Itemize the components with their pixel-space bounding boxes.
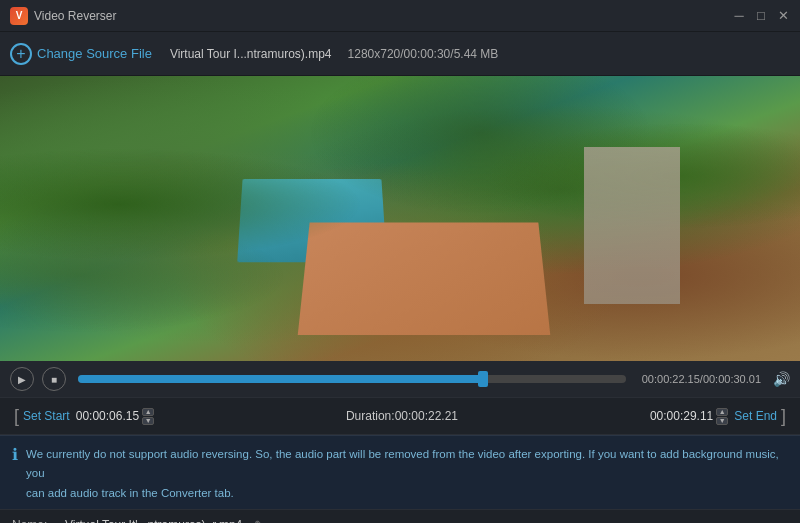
close-button[interactable]: ✕ — [776, 9, 790, 23]
file-name: Virtual Tour I...ntramuros).mp4 — [170, 47, 332, 61]
end-time-value: 00:00:29.11 — [650, 409, 713, 423]
start-time-down[interactable]: ▼ — [142, 417, 154, 425]
change-source-button[interactable]: + Change Source File — [10, 43, 152, 65]
video-canvas — [0, 76, 800, 361]
wall — [584, 147, 680, 304]
info-text-line1: We currently do not support audio revers… — [26, 448, 779, 479]
start-time-spinners: ▲ ▼ — [142, 408, 154, 425]
app-title: Video Reverser — [34, 9, 117, 23]
title-bar: V Video Reverser ─ □ ✕ — [0, 0, 800, 32]
app-logo: V — [10, 7, 28, 25]
bottom-area: Name: Virtual Tour It'...ntramuros)_r.mp… — [0, 509, 800, 524]
name-value: Virtual Tour It'...ntramuros)_r.mp4 — [65, 518, 242, 523]
name-row: Name: Virtual Tour It'...ntramuros)_r.mp… — [12, 518, 788, 524]
start-time-input: 00:00:06.15 ▲ ▼ — [76, 408, 154, 425]
end-time-up[interactable]: ▲ — [716, 408, 728, 416]
info-text-line2: can add audio track in the Converter tab… — [26, 487, 234, 499]
title-bar-left: V Video Reverser — [10, 7, 117, 25]
export-section: Name: Virtual Tour It'...ntramuros)_r.mp… — [0, 509, 800, 524]
change-source-label: Change Source File — [37, 46, 152, 61]
edit-icon[interactable]: ✎ — [254, 518, 265, 524]
info-icon: ℹ — [12, 445, 18, 464]
end-time-spinners: ▲ ▼ — [716, 408, 728, 425]
volume-icon[interactable]: 🔊 — [773, 371, 790, 387]
name-label: Name: — [12, 518, 57, 523]
time-display: 00:00:22.15/00:00:30.01 — [642, 373, 761, 385]
add-circle-icon: + — [10, 43, 32, 65]
end-time-input: 00:00:29.11 ▲ ▼ — [650, 408, 728, 425]
play-button[interactable]: ▶ — [10, 367, 34, 391]
start-time-up[interactable]: ▲ — [142, 408, 154, 416]
set-start-button[interactable]: Set Start — [23, 409, 70, 423]
info-banner: ℹ We currently do not support audio reve… — [0, 435, 800, 509]
end-bracket: ] — [781, 406, 786, 427]
duration-display: Duration:00:00:22.21 — [160, 409, 644, 423]
trim-controls: [ Set Start 00:00:06.15 ▲ ▼ Duration:00:… — [0, 397, 800, 435]
timeline-progress — [78, 375, 483, 383]
file-info: Virtual Tour I...ntramuros).mp4 1280x720… — [170, 47, 498, 61]
info-banner-text: We currently do not support audio revers… — [26, 444, 788, 501]
toolbar: + Change Source File Virtual Tour I...nt… — [0, 32, 800, 76]
video-preview-area — [0, 76, 800, 361]
end-time-down[interactable]: ▼ — [716, 417, 728, 425]
trees-overlay — [0, 76, 800, 361]
start-bracket: [ — [14, 406, 19, 427]
stop-button[interactable]: ■ — [42, 367, 66, 391]
maximize-button[interactable]: □ — [754, 9, 768, 23]
window-controls: ─ □ ✕ — [732, 9, 790, 23]
timeline-handle[interactable] — [478, 371, 488, 387]
set-end-button[interactable]: Set End — [734, 409, 777, 423]
file-meta: 1280x720/00:00:30/5.44 MB — [348, 47, 499, 61]
player-controls: ▶ ■ 00:00:22.15/00:00:30.01 🔊 — [0, 361, 800, 397]
start-time-value: 00:00:06.15 — [76, 409, 139, 423]
timeline[interactable] — [78, 375, 626, 383]
minimize-button[interactable]: ─ — [732, 9, 746, 23]
